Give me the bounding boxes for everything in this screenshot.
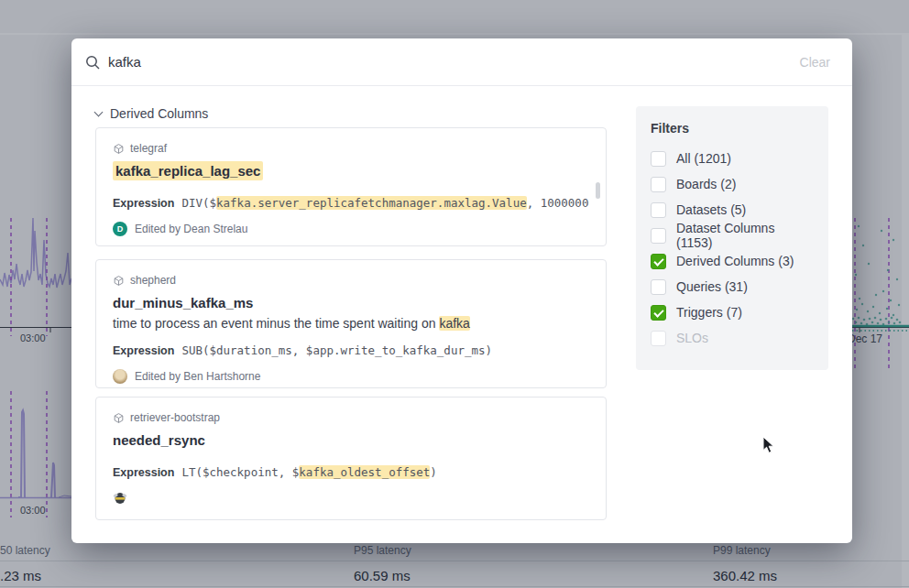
filter-label: All (1201)	[676, 151, 731, 166]
result-title: dur_minus_kafka_ms	[113, 295, 589, 310]
filter-row-triggers[interactable]: Triggers (7)	[651, 299, 814, 325]
checkbox-boards[interactable]	[651, 177, 666, 192]
filter-label: Triggers (7)	[676, 305, 742, 320]
filter-row-all[interactable]: All (1201)	[651, 146, 814, 171]
dataset-row: shepherd	[113, 274, 589, 287]
dataset-row: telegraf	[113, 142, 589, 155]
screen: 03:00 03:00 Dec 17 50 latency P95 latenc…	[0, 0, 909, 588]
result-title: needed_rsync	[113, 432, 589, 448]
filter-row-boards[interactable]: Boards (2)	[651, 171, 814, 197]
section-header-derived-columns[interactable]: Derived Columns	[95, 106, 208, 121]
dataset-name: shepherd	[130, 274, 176, 287]
search-modal: Clear Derived Columns telegraf kafka_rep…	[71, 38, 852, 543]
checkbox-all[interactable]	[651, 151, 666, 167]
result-card-dur-minus-kafka-ms[interactable]: shepherd dur_minus_kafka_ms time to proc…	[95, 259, 607, 388]
edited-by-row: Edited by Ben Hartshorne	[113, 369, 589, 384]
filter-label: Boards (2)	[676, 177, 736, 191]
dataset-cube-icon	[113, 143, 125, 155]
result-card-kafka-replica-lag-sec[interactable]: telegraf kafka_replica_lag_sec Expressio…	[95, 127, 607, 246]
clear-search-button[interactable]: Clear	[800, 55, 830, 70]
expression-row: Expression LT($checkpoint, $kafka_oldest…	[113, 465, 589, 479]
filter-row-datasets[interactable]: Datasets (5)	[651, 197, 814, 223]
expression-code: DIV($kafka.server_replicafetchmanager.ma…	[181, 196, 589, 210]
expression-code: LT($checkpoint, $kafka_oldest_offset)	[181, 465, 436, 479]
expression-row: Expression DIV($kafka.server_replicafetc…	[113, 196, 589, 210]
filter-row-derived-columns[interactable]: Derived Columns (3)	[651, 248, 814, 274]
expression-label: Expression	[113, 197, 174, 210]
filter-label: Queries (31)	[676, 279, 748, 294]
search-input[interactable]	[108, 54, 800, 70]
filter-label: Datasets (5)	[676, 202, 746, 217]
results-scrollbar-thumb[interactable]	[596, 182, 600, 199]
result-card-needed-rsync[interactable]: retriever-bootstrap needed_rsync Express…	[95, 397, 607, 520]
bee-avatar-icon	[113, 491, 127, 505]
filter-label: Derived Columns (3)	[676, 254, 794, 268]
checkbox-datasets[interactable]	[651, 202, 666, 218]
mouse-cursor	[762, 436, 775, 454]
expression-label: Expression	[113, 344, 174, 357]
dataset-name: telegraf	[130, 142, 167, 155]
expression-label: Expression	[113, 466, 174, 479]
filters-panel: Filters All (1201) Boards (2) Datasets (…	[636, 106, 828, 370]
filter-row-queries[interactable]: Queries (31)	[651, 274, 814, 299]
filter-label: SLOs	[676, 331, 708, 345]
search-bar: Clear	[71, 38, 852, 86]
avatar: D	[113, 222, 127, 236]
result-title: kafka_replica_lag_sec	[113, 163, 589, 179]
chevron-down-icon	[94, 107, 104, 116]
checkbox-triggers[interactable]	[651, 305, 666, 321]
edited-by-row: D Edited by Dean Strelau	[113, 222, 589, 236]
result-description: time to process an event minus the time …	[113, 316, 589, 331]
checkbox-slos[interactable]	[651, 331, 666, 346]
dataset-cube-icon	[113, 275, 125, 287]
checkbox-derived-columns[interactable]	[651, 254, 666, 269]
edited-by-text: Edited by Ben Hartshorne	[135, 370, 260, 383]
filters-title: Filters	[651, 121, 814, 136]
avatar	[113, 369, 127, 384]
dataset-row: retriever-bootstrap	[113, 411, 589, 424]
dataset-name: retriever-bootstrap	[130, 411, 220, 424]
filter-label: Dataset Columns (1153)	[676, 221, 814, 250]
edited-by-row	[113, 491, 589, 505]
expression-code: SUB($duration_ms, $app.write_to_kafka_du…	[181, 343, 492, 357]
filter-row-slos[interactable]: SLOs	[651, 325, 814, 351]
search-icon	[84, 54, 101, 71]
checkbox-queries[interactable]	[651, 279, 666, 295]
dataset-cube-icon	[113, 412, 125, 424]
expression-row: Expression SUB($duration_ms, $app.write_…	[113, 343, 589, 357]
edited-by-text: Edited by Dean Strelau	[135, 223, 247, 235]
checkbox-dataset-columns[interactable]	[651, 228, 666, 244]
filter-row-dataset-columns[interactable]: Dataset Columns (1153)	[651, 223, 814, 248]
